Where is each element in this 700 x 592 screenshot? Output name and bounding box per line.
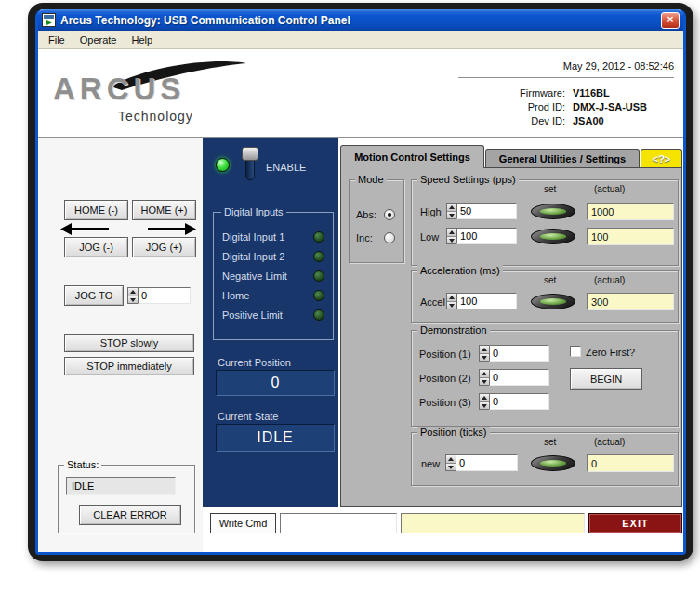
exit-button[interactable]: EXIT xyxy=(588,513,682,533)
increment-icon[interactable] xyxy=(480,346,489,354)
low-speed-spinner xyxy=(446,228,517,244)
command-input-wrap xyxy=(280,513,397,533)
home-plus-button[interactable]: HOME (+) xyxy=(132,200,196,220)
jog-plus-button[interactable]: JOG (+) xyxy=(132,237,196,257)
tab-help[interactable]: <?> xyxy=(641,149,682,168)
jog-to-button[interactable]: JOG TO xyxy=(64,285,124,306)
menu-bar: File Operate Help xyxy=(38,31,683,49)
inc-mode-radio[interactable] xyxy=(384,232,395,243)
ticks-actual-header: (actual) xyxy=(594,437,625,447)
increment-icon[interactable] xyxy=(446,455,456,464)
set-button-led-icon xyxy=(540,233,566,240)
current-position-display: 0 xyxy=(216,370,335,396)
zero-first-checkbox[interactable] xyxy=(570,346,581,357)
menu-operate[interactable]: Operate xyxy=(73,34,125,46)
decrement-icon[interactable] xyxy=(480,378,489,386)
position-1-spinner-arrows xyxy=(479,345,489,362)
ticks-set-header: set xyxy=(544,437,556,447)
home-minus-button[interactable]: HOME (-) xyxy=(64,200,128,220)
begin-button[interactable]: BEGIN xyxy=(570,368,642,390)
digital-input-1-label: Digital Input 1 xyxy=(222,231,284,243)
title-bar[interactable]: Arcus Technology: USB Communication Cont… xyxy=(38,9,683,31)
set-accel-button[interactable] xyxy=(531,294,575,309)
increment-icon[interactable] xyxy=(447,294,456,302)
new-position-label: new xyxy=(421,458,440,469)
positive-limit-label: Positive Limit xyxy=(222,309,283,321)
arcus-logo: ARCUS Technology xyxy=(53,57,252,135)
inc-mode-label: Inc: xyxy=(356,232,373,243)
abs-mode-radio[interactable] xyxy=(384,209,395,220)
speed-set-header: set xyxy=(544,184,556,194)
decrement-icon[interactable] xyxy=(480,354,489,362)
increment-icon[interactable] xyxy=(128,288,138,296)
position-actual-field: 0 xyxy=(587,454,674,472)
decrement-icon[interactable] xyxy=(446,464,456,471)
set-low-speed-button[interactable] xyxy=(531,229,575,244)
set-button-led-icon xyxy=(540,208,566,215)
accel-input[interactable] xyxy=(456,293,517,309)
stop-immediately-button[interactable]: STOP immediately xyxy=(64,357,194,375)
position-2-input[interactable] xyxy=(489,369,549,386)
high-speed-input[interactable] xyxy=(456,203,517,219)
tab-motion-control-settings[interactable]: Motion Control Settings xyxy=(340,145,484,168)
decrement-icon[interactable] xyxy=(128,296,138,304)
firmware-value: V116BL xyxy=(573,87,610,99)
dev-id-label: Dev ID: xyxy=(461,115,565,126)
low-speed-actual-field: 100 xyxy=(587,228,674,245)
low-speed-input[interactable] xyxy=(456,228,517,244)
digital-inputs-group: Digital Inputs Digital Input 1 Digital I… xyxy=(213,212,334,340)
low-speed-label: Low xyxy=(420,231,439,243)
set-high-speed-button[interactable] xyxy=(531,204,575,219)
decrement-icon[interactable] xyxy=(480,402,489,410)
toggle-knob-icon xyxy=(242,147,258,161)
prod-id-label: Prod ID: xyxy=(461,101,565,112)
logo-subtitle: Technology xyxy=(118,109,193,124)
demonstration-title: Demonstration xyxy=(417,324,490,335)
increment-icon[interactable] xyxy=(447,204,456,212)
position-1-input[interactable] xyxy=(489,345,549,362)
close-icon[interactable]: × xyxy=(661,12,680,29)
jog-minus-button[interactable]: JOG (-) xyxy=(64,237,128,257)
increment-icon[interactable] xyxy=(480,394,489,402)
home-input-label: Home xyxy=(222,290,249,301)
decrement-icon[interactable] xyxy=(447,212,456,219)
negative-limit-led-icon xyxy=(313,270,324,282)
position-3-input[interactable] xyxy=(489,393,549,410)
increment-icon[interactable] xyxy=(447,229,456,237)
command-input[interactable] xyxy=(280,513,397,533)
jog-to-spinner-arrows xyxy=(127,287,138,304)
app-window: Arcus Technology: USB Communication Cont… xyxy=(35,9,686,555)
increment-icon[interactable] xyxy=(480,370,489,378)
date-separator xyxy=(458,77,674,78)
acceleration-title: Acceleration (ms) xyxy=(417,265,503,276)
accel-spinner-arrows xyxy=(446,293,456,309)
low-speed-spinner-arrows xyxy=(446,228,456,244)
decrement-icon[interactable] xyxy=(447,302,456,309)
stop-slowly-button[interactable]: STOP slowly xyxy=(64,334,194,352)
enable-toggle[interactable] xyxy=(242,147,258,182)
acceleration-group: Acceleration (ms) set (actual) Accel 300 xyxy=(411,270,679,323)
tab-general-utilities[interactable]: General Utilities / Settings xyxy=(485,149,640,168)
client-area: ARCUS Technology May 29, 2012 - 08:52:46… xyxy=(38,49,683,552)
position-ticks-group: Position (ticks) set (actual) new 0 xyxy=(411,432,679,486)
arrow-right-icon xyxy=(148,223,196,235)
current-state-display: IDLE xyxy=(216,424,335,452)
menu-file[interactable]: File xyxy=(41,34,73,46)
clear-error-button[interactable]: CLEAR ERROR xyxy=(79,505,181,525)
position-1-label: Position (1) xyxy=(419,349,471,360)
current-state-label: Current State xyxy=(218,411,278,422)
accel-label: Accel xyxy=(420,296,445,308)
positive-limit-led-icon xyxy=(313,309,324,321)
enable-led-icon xyxy=(216,158,230,172)
window-drop-shadow: Arcus Technology: USB Communication Cont… xyxy=(28,3,693,561)
jog-to-input[interactable] xyxy=(138,287,191,304)
logo-name: ARCUS xyxy=(53,72,185,107)
jog-to-spinner xyxy=(127,287,191,304)
menu-help[interactable]: Help xyxy=(124,34,160,46)
new-position-input[interactable] xyxy=(456,454,518,471)
position-2-spinner-arrows xyxy=(479,369,489,386)
set-position-button[interactable] xyxy=(531,455,575,471)
decrement-icon[interactable] xyxy=(447,237,456,244)
negative-limit-label: Negative Limit xyxy=(222,270,287,282)
write-cmd-button[interactable]: Write Cmd xyxy=(210,513,276,533)
